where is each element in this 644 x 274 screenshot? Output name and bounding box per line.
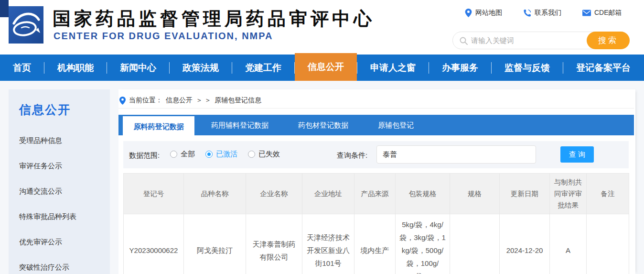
- registration-table: 登记号品种名称企业名称企业地址产品来源包装规格规格更新日期与制剂共同审评审批结果…: [123, 173, 629, 274]
- nav-item-3[interactable]: 新闻中心: [107, 55, 169, 81]
- site-subtitle: CENTER FOR DRUG EVALUATION, NMPA: [54, 31, 273, 42]
- quick-link-label: CDE邮箱: [594, 9, 622, 17]
- radio-label: 全部: [181, 150, 195, 159]
- table-row-1: Y20230000622阿戈美拉汀天津泰普制药有限公司天津经济技术开发区新业八街…: [124, 214, 629, 274]
- quick-links: 网站地图联系我们CDE邮箱: [465, 9, 622, 17]
- nav-item-6-active[interactable]: 信息公开: [295, 53, 357, 81]
- breadcrumb-prefix: 当前位置：: [129, 96, 162, 105]
- sidebar-title: 信息公开: [19, 102, 110, 118]
- header-cell-6: 包装规格: [396, 174, 450, 214]
- table-cell-r1c7: [450, 214, 500, 274]
- table-cell-r1c8: 2024-12-20: [500, 214, 550, 274]
- header-cell-2: 品种名称: [184, 174, 246, 214]
- sidebar-item-6[interactable]: 突破性治疗公示: [19, 263, 110, 272]
- query-label: 查询条件:: [337, 151, 367, 160]
- filter-band: 数据范围: 全部已激活已失效 查询条件: 查 询: [123, 141, 629, 168]
- scope-radio-2[interactable]: 已激活: [205, 150, 237, 159]
- header-cell-3: 企业名称: [246, 174, 302, 214]
- tab-2[interactable]: 药用辅料登记数据: [211, 115, 268, 135]
- map-pin-icon: [465, 9, 472, 17]
- sidebar-item-1[interactable]: 受理品种信息: [19, 136, 110, 145]
- header-cell-10: 备注: [587, 174, 629, 214]
- quick-link-label: 网站地图: [475, 9, 502, 17]
- radio-checked-icon: [205, 151, 213, 158]
- quick-link-label: 联系我们: [535, 9, 561, 17]
- sidebar: 信息公开 受理品种信息审评任务公示沟通交流公示特殊审批品种列表优先审评公示突破性…: [9, 89, 110, 274]
- sidebar-item-2[interactable]: 审评任务公示: [19, 161, 110, 171]
- table-cell-r1c5: 境内生产: [354, 214, 396, 274]
- site-title: 国家药品监督管理局药品审评中心: [53, 7, 375, 31]
- header-cell-8: 更新日期: [500, 174, 550, 214]
- table-cell-r1c6: 5kg/袋，4kg/袋，3kg/袋，1kg/袋，500g/袋，100g/袋。: [396, 214, 450, 274]
- nav-item-5[interactable]: 党建工作: [232, 55, 294, 81]
- nav-item-2[interactable]: 机构职能: [44, 55, 107, 81]
- table-cell-r1c4: 天津经济技术开发区新业八街101号: [302, 214, 354, 274]
- quick-link-2[interactable]: 联系我们: [523, 9, 561, 17]
- header-cell-4: 企业地址: [302, 174, 354, 214]
- nav-item-8[interactable]: 办事服务: [429, 55, 491, 81]
- table-cell-r1c1: Y20230000622: [124, 214, 184, 274]
- nav-item-7[interactable]: 申请人之窗: [357, 55, 429, 81]
- breadcrumb: 当前位置：信息公开 ＞ ＞ 原辅包登记信息: [119, 94, 261, 107]
- sidebar-item-3[interactable]: 沟通交流公示: [19, 186, 110, 196]
- tab-3[interactable]: 药包材登记数据: [298, 115, 348, 135]
- header-cell-1: 登记号: [124, 174, 184, 214]
- header-cell-7: 规格: [450, 174, 500, 214]
- table-cell-r1c9: A: [550, 214, 587, 274]
- table-body: Y20230000622阿戈美拉汀天津泰普制药有限公司天津经济技术开发区新业八街…: [124, 214, 629, 274]
- corner-accent: [0, 0, 9, 17]
- radio-unchecked-icon: [248, 151, 255, 158]
- main-nav: 首页机构职能新闻中心政策法规党建工作信息公开申请人之窗办事服务监督与反馈登记备案…: [0, 55, 644, 81]
- breadcrumb-divider: [118, 108, 634, 109]
- nav-item-1[interactable]: 首页: [0, 55, 44, 81]
- tab-bar: 原料药登记数据药用辅料登记数据药包材登记数据原辅包登记: [118, 115, 634, 135]
- radio-unchecked-icon: [170, 151, 177, 158]
- radio-label: 已激活: [216, 150, 237, 159]
- tab-1-active[interactable]: 原料药登记数据: [123, 116, 194, 138]
- search-button[interactable]: 搜索: [587, 32, 630, 49]
- scope-radio-3[interactable]: 已失效: [248, 150, 280, 159]
- mail-icon: [582, 10, 591, 16]
- search-input[interactable]: [471, 33, 562, 48]
- query-button[interactable]: 查 询: [560, 146, 594, 163]
- location-pin-icon: [119, 97, 126, 105]
- query-input[interactable]: [376, 145, 536, 164]
- table-cell-r1c2: 阿戈美拉汀: [184, 214, 246, 274]
- breadcrumb-current[interactable]: 原辅包登记信息: [215, 96, 261, 105]
- sidebar-item-5[interactable]: 优先审评公示: [19, 237, 110, 247]
- scope-label: 数据范围:: [129, 151, 160, 160]
- search-icon: [460, 37, 468, 45]
- phone-icon: [523, 9, 531, 17]
- nav-item-9[interactable]: 监督与反馈: [492, 55, 563, 81]
- site-search-bar: 搜索: [452, 32, 630, 49]
- radio-label: 已失效: [258, 150, 280, 159]
- sidebar-item-4[interactable]: 特殊审批品种列表: [19, 212, 110, 221]
- tab-4[interactable]: 原辅包登记: [378, 115, 414, 135]
- header-cell-5: 产品来源: [354, 174, 396, 214]
- header-cell-9: 与制剂共同审评审批结果: [550, 174, 587, 214]
- table-cell-r1c3: 天津泰普制药有限公司: [246, 214, 302, 274]
- nav-item-4[interactable]: 政策法规: [170, 55, 232, 81]
- sidebar-menu: 受理品种信息审评任务公示沟通交流公示特殊审批品种列表优先审评公示突破性治疗公示: [9, 136, 110, 272]
- quick-link-3[interactable]: CDE邮箱: [582, 9, 622, 17]
- quick-link-1[interactable]: 网站地图: [465, 9, 502, 17]
- breadcrumb-section[interactable]: 信息公开: [166, 96, 193, 105]
- table-header-row: 登记号品种名称企业名称企业地址产品来源包装规格规格更新日期与制剂共同审评审批结果…: [124, 174, 629, 214]
- table-cell-r1c10: [587, 214, 629, 274]
- nav-item-10[interactable]: 登记备案平台: [563, 55, 644, 81]
- cde-logo: [9, 6, 43, 44]
- breadcrumb-separator: ＞ ＞: [196, 96, 211, 105]
- main-panel: 当前位置：信息公开 ＞ ＞ 原辅包登记信息 原料药登记数据药用辅料登记数据药包材…: [118, 89, 635, 274]
- scope-radio-1[interactable]: 全部: [170, 150, 195, 159]
- cde-logo-swirl-icon: [9, 6, 43, 44]
- scope-radio-group: 全部已激活已失效: [170, 150, 280, 159]
